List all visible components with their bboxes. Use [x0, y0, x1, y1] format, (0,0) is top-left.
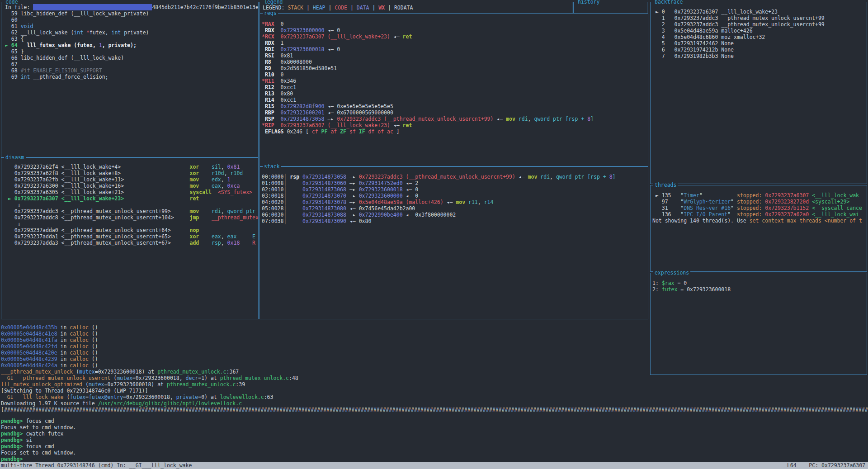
threads-panel-title: threads — [653, 182, 678, 188]
panel-stack: stack 00:0000│ rsp 0x729314873058 —▸ 0x7… — [259, 166, 648, 319]
panel-disasm: disasm 0x7293237a62f4 <__lll_lock_wake+4… — [1, 157, 259, 319]
backtrace-panel-title: backtrace — [653, 0, 684, 5]
panel-code: code In file: 4845db211e7b42c7176f9be21b… — [1, 2, 259, 157]
code-source-lines: In file: 4845db211e7b42c7176f9be21b8301e… — [1, 2, 258, 157]
disasm-lines: 0x7293237a62f4 <__lll_lock_wake+4> xor s… — [1, 158, 258, 319]
regs-panel-title: regs — [263, 10, 278, 16]
status-left: multi-thre Thread 0x7293148746 (cmd) In:… — [1, 462, 192, 469]
disasm-panel-title: disasm — [4, 154, 26, 161]
cmd-output: 0x00005e04d48c435b in calloc ()0x00005e0… — [1, 324, 868, 413]
stack-list: 00:0000│ rsp 0x729314873058 —▸ 0x7293237… — [260, 167, 648, 319]
expressions-panel-title: expressions — [653, 270, 690, 276]
panel-threads: threads ► 135 "Timer" stopped: 0x7293237… — [650, 185, 867, 272]
status-bar: multi-thre Thread 0x7293148746 (cmd) In:… — [0, 462, 868, 469]
panel-legend: legend LEGEND: STACK | HEAP | CODE | DAT… — [259, 2, 572, 14]
backtrace-list: ► 0 0x7293237a6307 __lll_lock_wake+23 1 … — [651, 2, 867, 184]
code-panel-title: code — [4, 0, 19, 5]
panel-backtrace: backtrace ► 0 0x7293237a6307 __lll_lock_… — [650, 2, 867, 184]
history-panel-title: history — [576, 0, 601, 5]
legend-panel-title: legend — [263, 0, 284, 5]
cmd-prompt-area[interactable]: pwndbg> focus cmdFocus set to cmd window… — [1, 418, 868, 462]
register-list: *RAX 0 RBX 0x729323600000 ◂— 0*RCX 0x729… — [260, 14, 648, 166]
panel-regs: regs *RAX 0 RBX 0x729323600000 ◂— 0*RCX … — [259, 13, 648, 166]
stack-panel-title: stack — [263, 163, 281, 170]
status-right: L64 PC: 0x7293237a6307 — [787, 462, 865, 469]
legend-line: LEGEND: STACK | HEAP | CODE | DATA | WX … — [260, 2, 572, 13]
threads-list: ► 135 "Timer" stopped: 0x7293237a6307 <_… — [651, 185, 867, 271]
